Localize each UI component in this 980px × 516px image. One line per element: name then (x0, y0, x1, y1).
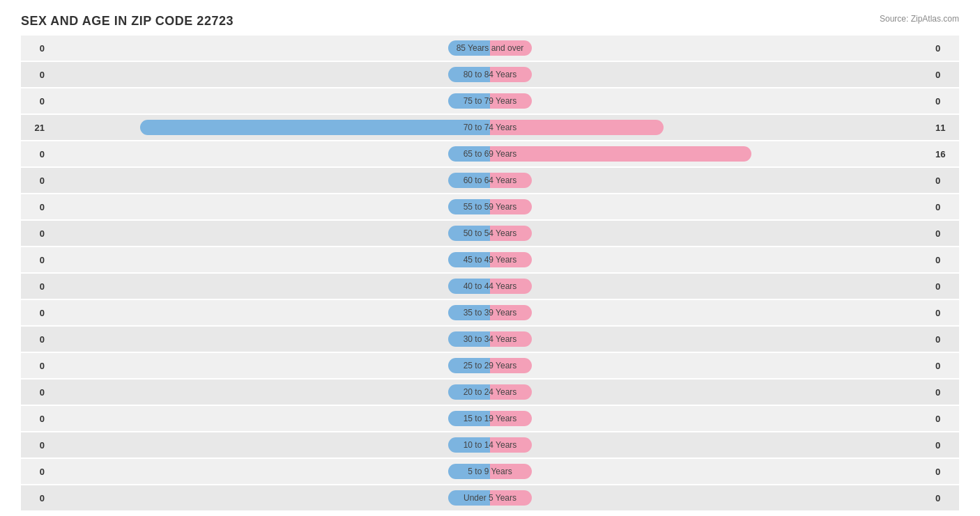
male-value: 0 (21, 387, 49, 398)
bars-area: 35 to 39 Years (49, 300, 931, 325)
female-value: 0 (931, 202, 959, 212)
bars-area: 15 to 19 Years (49, 406, 931, 431)
female-value: 0 (931, 467, 959, 477)
female-value: 0 (931, 228, 959, 239)
female-bar (490, 146, 751, 162)
male-bar-wrap (49, 380, 490, 405)
female-bar-wrap (490, 62, 931, 87)
female-bar-wrap (490, 432, 931, 458)
bar-row: 075 to 79 Years0 (21, 88, 959, 114)
male-value: 0 (21, 228, 49, 239)
female-bar-wrap (490, 194, 931, 219)
male-bar-wrap (49, 168, 490, 193)
bars-area: 80 to 84 Years (49, 62, 931, 87)
bars-area: 70 to 74 Years (49, 115, 931, 140)
male-bar (448, 199, 490, 214)
bar-row: 030 to 34 Years0 (21, 327, 959, 352)
male-bar-wrap (49, 274, 490, 299)
male-bar-wrap (49, 485, 490, 510)
female-bar (490, 305, 532, 320)
bars-area: 85 Years and over (49, 36, 931, 61)
female-bar-wrap (490, 459, 931, 484)
female-bar-wrap (490, 380, 931, 405)
bar-row: 045 to 49 Years0 (21, 247, 959, 272)
bars-area: 65 to 69 Years (49, 141, 931, 166)
female-bar-wrap (490, 353, 931, 378)
female-bar (490, 279, 532, 294)
male-bar (448, 411, 490, 426)
bars-area: 5 to 9 Years (49, 459, 931, 484)
female-bar-wrap (490, 406, 931, 431)
male-value: 0 (21, 308, 49, 318)
female-bar (490, 252, 532, 267)
female-bar-wrap (490, 327, 931, 352)
female-bar-wrap (490, 300, 931, 325)
female-bar-wrap (490, 221, 931, 246)
bars-area: 30 to 34 Years (49, 327, 931, 352)
male-bar-wrap (49, 194, 490, 219)
male-bar (448, 93, 490, 109)
male-value: 0 (21, 414, 49, 424)
female-bar (490, 331, 532, 347)
male-value: 0 (21, 440, 49, 451)
source-text: Source: ZipAtlas.com (880, 14, 959, 24)
male-bar-wrap (49, 432, 490, 458)
male-value: 0 (21, 43, 49, 54)
male-value: 0 (21, 467, 49, 477)
male-bar-wrap (49, 62, 490, 87)
chart-wrapper: 085 Years and over0080 to 84 Years0075 t… (21, 36, 959, 510)
female-bar (490, 93, 532, 109)
bar-row: 080 to 84 Years0 (21, 62, 959, 87)
male-bar-wrap (49, 88, 490, 114)
female-value: 0 (931, 43, 959, 54)
male-bar-wrap (49, 300, 490, 325)
bar-row: 035 to 39 Years0 (21, 300, 959, 325)
bar-row: 060 to 64 Years0 (21, 168, 959, 193)
female-bar (490, 226, 532, 241)
bars-area: 20 to 24 Years (49, 380, 931, 405)
female-bar-wrap (490, 141, 931, 166)
male-bar (448, 67, 490, 82)
male-value: 0 (21, 175, 49, 186)
female-bar-wrap (490, 88, 931, 114)
bar-row: 0Under 5 Years0 (21, 485, 959, 510)
female-bar-wrap (490, 485, 931, 510)
female-value: 0 (931, 96, 959, 107)
male-bar (448, 252, 490, 267)
male-value: 0 (21, 96, 49, 107)
bars-area: 25 to 29 Years (49, 353, 931, 378)
male-bar (448, 279, 490, 294)
female-bar (490, 384, 532, 400)
female-value: 0 (931, 70, 959, 80)
male-bar (448, 464, 490, 479)
male-bar (448, 40, 490, 56)
male-bar-wrap (49, 36, 490, 61)
bar-row: 085 Years and over0 (21, 36, 959, 61)
bar-row: 010 to 14 Years0 (21, 432, 959, 458)
bar-row: 040 to 44 Years0 (21, 274, 959, 299)
female-bar-wrap (490, 36, 931, 61)
female-bar-wrap (490, 247, 931, 272)
male-bar-wrap (49, 115, 490, 140)
male-bar (448, 358, 490, 373)
bar-row: 025 to 29 Years0 (21, 353, 959, 378)
bar-row: 015 to 19 Years0 (21, 406, 959, 431)
male-bar-wrap (49, 247, 490, 272)
bars-area: 55 to 59 Years (49, 194, 931, 219)
male-bar (448, 437, 490, 453)
female-value: 0 (931, 414, 959, 424)
bars-area: 10 to 14 Years (49, 432, 931, 458)
bar-row: 05 to 9 Years0 (21, 459, 959, 484)
female-bar (490, 67, 532, 82)
female-value: 0 (931, 255, 959, 265)
page-container: SEX AND AGE IN ZIP CODE 22723 Source: Zi… (21, 14, 959, 516)
female-value: 0 (931, 281, 959, 292)
female-bar (490, 464, 532, 479)
female-bar-wrap (490, 274, 931, 299)
female-bar (490, 490, 532, 506)
male-bar (448, 146, 490, 162)
male-bar-wrap (49, 353, 490, 378)
bars-area: 75 to 79 Years (49, 88, 931, 114)
female-bar (490, 40, 532, 56)
female-bar (490, 173, 532, 188)
